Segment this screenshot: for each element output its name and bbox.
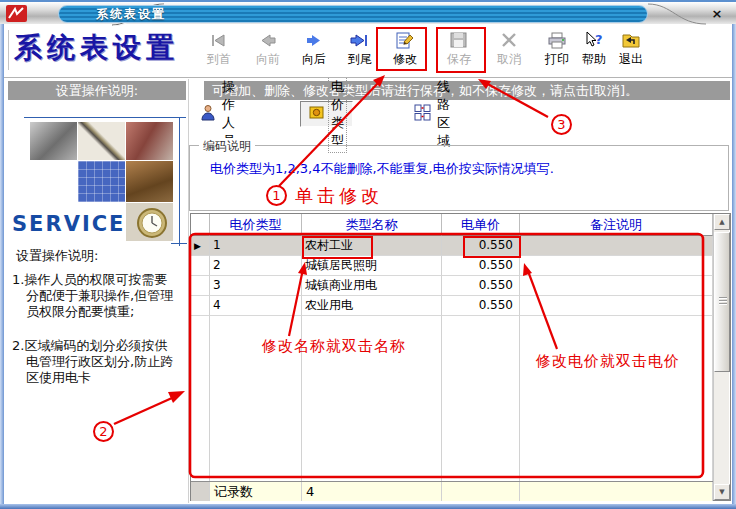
first-record-icon xyxy=(208,28,230,52)
table-row[interactable]: 4 农业用电 0.550 xyxy=(191,296,713,316)
tab-separator xyxy=(402,103,403,125)
toolbar-button-label: 修改 xyxy=(393,52,417,66)
scroll-thumb-grip-icon xyxy=(719,297,727,305)
toolbar-button-label: 打印 xyxy=(545,52,569,66)
cell-unit-price[interactable]: 0.550 xyxy=(442,236,520,256)
table-header-row: 电价类型 类型名称 电单价 备注说明 xyxy=(191,214,713,236)
tab-line-area[interactable]: 线路区域 xyxy=(406,101,458,127)
toolbar-separator xyxy=(532,28,533,74)
photo-pocket-watch xyxy=(126,203,173,241)
record-count-value: 4 xyxy=(302,482,442,501)
title-decoration-line xyxy=(8,30,9,70)
toolbar-button-label: 取消 xyxy=(497,52,521,66)
cell-unit-price[interactable]: 0.550 xyxy=(442,296,520,316)
cell-unit-price[interactable]: 0.550 xyxy=(442,276,520,296)
page-title: 系统表设置 xyxy=(14,29,179,67)
photo-metal-tools xyxy=(30,122,77,160)
cell-price-type[interactable]: 1 xyxy=(210,236,302,256)
line-area-icon xyxy=(414,104,431,124)
col-header-type-name[interactable]: 类型名称 xyxy=(302,214,442,236)
annotation-edit-price-label: 修改电价就双击电价 xyxy=(536,352,680,371)
annotation-edit-name-label: 修改名称就双击名称 xyxy=(262,337,406,356)
hint-bar: 可增加、删除、修改各类型后请进行保存，如不保存修改，请点击[取消]。 xyxy=(204,81,730,100)
annotation-step-circle-2: 2 xyxy=(93,421,114,442)
scroll-up-icon: ▲ xyxy=(719,219,724,226)
col-header-price-type[interactable]: 电价类型 xyxy=(210,214,302,236)
cell-type-name[interactable]: 农村工业 xyxy=(302,236,442,256)
window-title: 系统表设置 xyxy=(59,6,647,22)
tab-label: 线路区域 xyxy=(437,78,450,150)
close-button[interactable]: × xyxy=(708,5,726,22)
record-count-label: 记录数 xyxy=(210,482,302,501)
table-row[interactable]: 2 城镇居民照明 0.550 xyxy=(191,256,713,276)
table-row[interactable]: ▶ 1 农村工业 0.550 xyxy=(191,236,713,256)
toolbar-button-exit[interactable]: 退出 xyxy=(609,28,653,75)
svg-text:?: ? xyxy=(595,32,603,47)
photo-suit xyxy=(126,161,173,202)
close-icon: × xyxy=(712,6,723,21)
instructions-title: 设置操作说明: xyxy=(16,247,98,265)
sidebar-decoration-line xyxy=(24,117,186,118)
scroll-up-button[interactable]: ▲ xyxy=(714,214,730,230)
sidebar-decoration-line xyxy=(171,243,187,244)
sidebar-header: 设置操作说明: xyxy=(8,81,186,100)
window-border xyxy=(732,24,736,509)
titlebar[interactable]: 系统表设置 × xyxy=(0,0,736,24)
last-record-icon xyxy=(349,28,371,52)
current-row-indicator-icon: ▶ xyxy=(194,241,201,251)
cell-price-type[interactable]: 2 xyxy=(210,256,302,276)
cell-unit-price[interactable]: 0.550 xyxy=(442,256,520,276)
edit-icon xyxy=(394,28,416,52)
prev-record-icon xyxy=(257,28,279,52)
toolbar-button-next[interactable]: 向后 xyxy=(292,28,336,75)
cell-remark[interactable] xyxy=(520,296,713,316)
annotation-arrow-line xyxy=(114,398,172,424)
indicator-column-header xyxy=(191,214,210,236)
cell-remark[interactable] xyxy=(520,256,713,276)
toolbar-button-first[interactable]: 到首 xyxy=(197,28,241,75)
app-window: 系统表设置 × 系统表设置 到首 向前 向后 xyxy=(0,0,736,509)
exit-icon xyxy=(620,28,642,52)
toolbar-button-cancel[interactable]: 取消 xyxy=(487,28,531,75)
tab-operators[interactable]: 操作人员 xyxy=(192,101,243,127)
toolbar-button-last[interactable]: 到尾 xyxy=(338,28,382,75)
annotation-arrowhead xyxy=(168,391,185,403)
col-header-remark[interactable]: 备注说明 xyxy=(520,214,713,236)
toolbar-button-save[interactable]: 保存 xyxy=(437,28,481,75)
photo-keyboard xyxy=(78,161,125,202)
cell-type-name[interactable]: 农业用电 xyxy=(302,296,442,316)
print-icon xyxy=(546,28,568,52)
tab-label: 电价类型 xyxy=(331,78,344,150)
cell-type-name[interactable]: 城镇居民照明 xyxy=(302,256,442,276)
cell-remark[interactable] xyxy=(520,276,713,296)
scroll-down-button[interactable]: ▼ xyxy=(714,484,730,500)
annotation-click-edit-label: 单击修改 xyxy=(295,184,383,208)
toolbar-button-label: 到首 xyxy=(207,52,231,66)
scroll-down-icon: ▼ xyxy=(719,489,724,496)
groupbox-note: 电价类型为1,2,3,4不能删除,不能重复,电价按实际情况填写. xyxy=(210,160,554,178)
table-row[interactable]: 3 城镇商业用电 0.550 xyxy=(191,276,713,296)
toolbar-separator xyxy=(192,28,193,74)
titlebar-pill: 系统表设置 xyxy=(58,5,648,23)
annotation-step-circle-1: 1 xyxy=(266,185,287,206)
vertical-scrollbar[interactable]: ▲ ▼ xyxy=(713,214,729,500)
col-header-unit-price[interactable]: 电单价 xyxy=(442,214,520,236)
cancel-icon xyxy=(498,28,520,52)
tab-price-type[interactable]: 电价类型 xyxy=(300,101,353,127)
service-label: SERVICE xyxy=(12,212,125,236)
cell-price-type[interactable]: 4 xyxy=(210,296,302,316)
table-footer-row: 记录数 4 xyxy=(191,481,713,501)
cell-remark[interactable] xyxy=(520,236,713,256)
cell-type-name[interactable]: 城镇商业用电 xyxy=(302,276,442,296)
save-icon xyxy=(448,28,470,52)
toolbar-button-label: 向后 xyxy=(302,52,326,66)
toolbar-button-prev[interactable]: 向前 xyxy=(246,28,290,75)
help-icon: ? xyxy=(583,28,605,52)
toolbar-button-label: 保存 xyxy=(447,52,471,66)
instruction-2: 2.区域编码的划分必须按供电管理行政区划分,防止跨区使用电卡 xyxy=(12,338,174,386)
toolbar-button-edit[interactable]: 修改 xyxy=(383,28,427,75)
scroll-thumb[interactable] xyxy=(714,232,730,372)
toolbar-button-label: 帮助 xyxy=(582,52,606,66)
cell-price-type[interactable]: 3 xyxy=(210,276,302,296)
photo-hand-tools xyxy=(126,122,173,160)
